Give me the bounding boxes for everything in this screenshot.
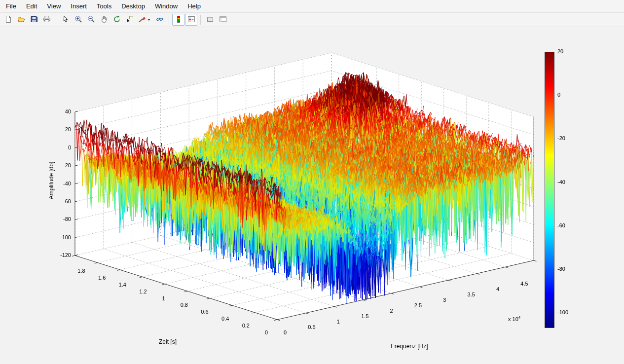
edit-plot-icon (62, 15, 70, 25)
brush-data-button[interactable] (136, 14, 153, 26)
time-tick-label: 1 (155, 295, 173, 301)
link-plot-icon (156, 15, 164, 25)
z-tick-label: 40 (51, 109, 71, 114)
show-plot-tools-icon (219, 15, 227, 25)
time-tick-label: 1.8 (73, 268, 90, 274)
menu-help[interactable]: Help (183, 0, 206, 12)
link-plot-button[interactable] (153, 14, 166, 26)
time-tick-label: 0.2 (237, 323, 255, 328)
insert-legend-icon (187, 15, 195, 25)
time-tick-label: 0.6 (196, 309, 214, 315)
colorbar (545, 52, 554, 328)
colorbar-tick-label: -100 (557, 309, 577, 315)
freq-tick-label: 4.5 (515, 281, 533, 287)
print-figure-button[interactable] (40, 14, 53, 26)
pan-icon (100, 15, 108, 25)
matlab-figure-window: { "menubar": { "items": ["File", "Edit",… (0, 0, 624, 364)
open-file-icon (17, 15, 25, 25)
y-axis-label: Zeit [s] (143, 338, 192, 345)
time-tick-label: 1.4 (113, 282, 131, 288)
freq-tick-label: 1 (330, 319, 347, 325)
freq-tick-label: 0.5 (303, 324, 321, 330)
save-figure-icon (30, 15, 38, 25)
insert-colorbar-button[interactable] (172, 14, 184, 26)
menu-edit[interactable]: Edit (21, 0, 42, 12)
time-tick-label: 1.6 (93, 275, 111, 281)
freq-tick-label: 4 (489, 286, 507, 292)
z-tick-label: 0 (51, 145, 71, 150)
data-cursor-button[interactable] (123, 14, 136, 26)
colorbar-tick-label: 20 (557, 48, 577, 54)
data-cursor-icon (126, 15, 134, 25)
insert-legend-button[interactable] (185, 14, 197, 26)
menu-insert[interactable]: Insert (66, 0, 92, 12)
x-axis-label: Frequenz [Hz] (377, 343, 441, 350)
save-figure-button[interactable] (28, 14, 40, 26)
rotate-3d-icon (113, 15, 121, 25)
menu-desktop[interactable]: Desktop (116, 0, 150, 12)
z-tick-label: -120 (51, 252, 71, 258)
time-tick-label: 0.4 (217, 316, 234, 322)
menu-file[interactable]: File (1, 0, 21, 12)
hide-plot-tools-icon (206, 15, 214, 25)
z-tick-label: -40 (51, 181, 71, 186)
time-tick-label: 0 (257, 329, 275, 335)
zoom-in-button[interactable] (72, 14, 84, 26)
new-figure-button[interactable] (2, 14, 14, 26)
colorbar-tick-label: -80 (557, 266, 577, 272)
menu-view[interactable]: View (42, 0, 66, 12)
freq-tick-label: 2.5 (409, 302, 427, 308)
z-tick-label: 20 (51, 126, 71, 132)
toolbar (0, 13, 624, 27)
show-plot-tools-button[interactable] (217, 14, 229, 26)
rotate-3d-button[interactable] (110, 14, 123, 26)
x-axis-multiplier: x 104 (508, 315, 520, 322)
menubar: FileEditViewInsertToolsDesktopWindowHelp (0, 0, 624, 13)
edit-plot-button[interactable] (59, 14, 72, 26)
zoom-in-icon (74, 15, 82, 25)
open-file-button[interactable] (15, 14, 27, 26)
colorbar-tick-label: 0 (557, 92, 577, 98)
toolbar-separator (56, 15, 56, 25)
colorbar-tick-label: -60 (557, 222, 577, 228)
z-tick-label: -100 (51, 234, 71, 240)
colorbar-tick-label: -20 (557, 135, 577, 141)
freq-tick-label: 2 (383, 308, 401, 314)
freq-tick-label: 3.5 (462, 291, 480, 297)
zoom-out-icon (87, 15, 95, 25)
figure-plot-canvas[interactable] (0, 0, 624, 364)
colorbar-tick-label: -40 (557, 179, 577, 185)
hide-plot-tools-button[interactable] (204, 14, 216, 26)
time-tick-label: 0.8 (175, 302, 193, 308)
menu-window[interactable]: Window (150, 0, 183, 12)
freq-tick-label: 0 (276, 329, 294, 335)
time-tick-label: 1.2 (134, 289, 152, 294)
toolbar-separator (169, 15, 169, 25)
pan-button[interactable] (98, 14, 110, 26)
z-tick-label: -20 (51, 162, 71, 168)
insert-colorbar-icon (175, 15, 183, 25)
freq-tick-label: 3 (436, 297, 453, 303)
new-figure-icon (4, 15, 12, 25)
z-tick-label: -80 (51, 216, 71, 222)
print-figure-icon (43, 15, 51, 25)
brush-icon (138, 15, 151, 25)
zoom-out-button[interactable] (85, 14, 97, 26)
freq-tick-label: 1.5 (356, 313, 374, 319)
z-tick-label: -60 (51, 198, 71, 204)
menu-tools[interactable]: Tools (92, 0, 116, 12)
toolbar-separator (200, 15, 201, 25)
